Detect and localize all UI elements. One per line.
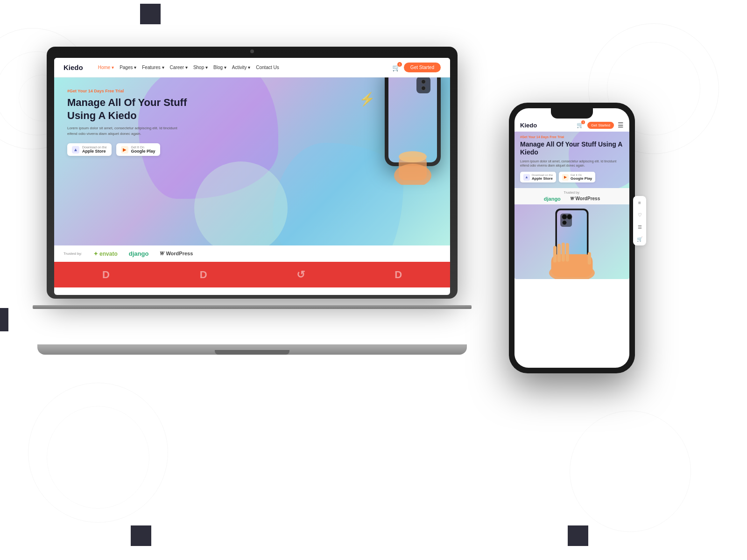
phone-apple-icon: ▲ [523,174,530,181]
phone-trusted-section: Trusted by: django 𝑾 WordPress [514,188,629,204]
laptop-screen-bezel: Kiedo Home ▾ Pages ▾ Features ▾ Career ▾… [47,47,458,299]
banner-item-1: D [58,265,154,285]
blob-blue [273,143,403,245]
deco-square-5 [568,525,588,546]
svg-point-8 [563,221,567,225]
svg-rect-14 [566,243,569,262]
apple-store-button[interactable]: ▲ Download on the Apple Store [67,143,112,156]
phone-wordpress-logo: 𝑾 WordPress [570,196,600,202]
nav-pages[interactable]: Pages ▾ [120,65,136,70]
phone-google-play-text: Get It On Google Play [571,174,592,181]
trusted-section: Trusted by: ✦ envato django 𝑾 WordPress [54,245,450,262]
phone-body: Kiedo 🛒 1 Get Started ☰ #Get Your 14 Day… [509,103,635,373]
phone-apple-store-button[interactable]: ▲ Download on the Apple Store [520,172,556,182]
trusted-label: Trusted by: [63,252,82,256]
blob-green [194,161,288,245]
phone-hero: #Get Your 14 Days Free Trial Manage All … [514,132,629,188]
phone-logo: Kiedo [520,122,573,129]
svg-rect-13 [562,243,565,262]
get-started-button[interactable]: Get Started [404,63,441,72]
apple-store-text: Download on the Apple Store [82,146,107,154]
hero-title: Manage All Of Your Stuff Using A Kiedo [67,96,198,122]
nav-features[interactable]: Features ▾ [142,65,164,70]
laptop-hinge [33,305,472,309]
svg-point-7 [567,215,572,220]
phone-hand-area [514,204,629,279]
site-hero: #Get Your 14 Days Free Trial Manage All … [54,77,450,245]
django-logo: django [129,250,149,257]
google-play-icon: ▶ [121,146,128,154]
phone-cart-icon[interactable]: 🛒 1 [577,122,584,128]
deco-square-3 [0,308,8,331]
google-play-text: Get It On Google Play [131,146,155,154]
phone-screen: Kiedo 🛒 1 Get Started ☰ #Get Your 14 Day… [514,108,629,368]
hero-cta-buttons: ▲ Download on the Apple Store ▶ Get It O… [67,143,207,156]
phone-google-icon: ▶ [562,174,569,181]
nav-activity[interactable]: Activity ▾ [232,65,250,70]
deco-square-4 [131,525,151,546]
hero-phone-mockup [385,77,441,166]
phone-notch [551,108,593,119]
lightning-deco: ⚡ [359,91,375,107]
nav-home[interactable]: Home ▾ [98,65,114,70]
google-play-button[interactable]: ▶ Get It On Google Play [116,143,160,156]
bg-circle-8 [570,411,691,532]
banner-item-2: D [155,265,252,285]
hero-description: Lorem ipsum dolor sit amet, consectetur … [67,126,179,137]
svg-rect-15 [588,252,591,265]
phone-hero-tag: #Get Your 14 Days Free Trial [520,135,624,139]
envato-logo: ✦ envato [93,251,118,257]
laptop-device: Kiedo Home ▾ Pages ▾ Features ▾ Career ▾… [47,47,458,355]
red-banner: D D ↺ D [54,262,450,287]
phone-side-icons: ≡ ♡ ☰ 🛒 [633,196,646,245]
svg-point-6 [562,215,567,220]
bg-circle-7 [47,406,149,509]
laptop-camera [250,49,254,53]
nav-contact[interactable]: Contact Us [256,65,279,70]
svg-rect-11 [553,246,557,263]
banner-item-4: D [350,265,446,285]
nav-links: Home ▾ Pages ▾ Features ▾ Career ▾ Shop … [98,65,385,70]
side-icon-1[interactable]: ≡ [636,199,643,206]
side-icon-3[interactable]: ☰ [636,223,643,231]
phone-get-started-button[interactable]: Get Started [587,122,614,129]
nav-blog[interactable]: Blog ▾ [213,65,226,70]
laptop-base [37,344,467,355]
phone-trusted-logos: django 𝑾 WordPress [520,196,624,202]
banner-item-3: ↺ [253,265,349,285]
site-logo: Kiedo [63,63,83,71]
phone-django-logo: django [544,196,561,202]
laptop-screen: Kiedo Home ▾ Pages ▾ Features ▾ Career ▾… [54,58,450,295]
deco-square-1 [140,4,161,24]
nav-shop[interactable]: Shop ▾ [193,65,208,70]
phone-menu-icon[interactable]: ☰ [618,121,624,129]
phone-hand-svg [525,204,619,279]
wordpress-logo: 𝑾 WordPress [160,251,193,257]
apple-icon: ▲ [72,146,79,154]
hero-tag: #Get Your 14 Days Free Trial [67,89,207,93]
bg-circle-6 [28,383,168,523]
nav-career[interactable]: Career ▾ [170,65,188,70]
side-icon-4[interactable]: 🛒 [636,235,643,243]
phone-hero-description: Lorem ipsum dolor sit amet, consectetur … [520,159,624,168]
phone-hero-buttons: ▲ Download on the Apple Store ▶ Get It O… [520,172,624,182]
cart-icon[interactable]: 🛒 1 [392,64,400,71]
svg-point-2 [399,151,427,162]
svg-rect-12 [557,244,561,262]
phone-device: Kiedo 🛒 1 Get Started ☰ #Get Your 14 Day… [509,103,635,373]
phone-apple-store-text: Download on the Apple Store [532,174,553,181]
phone-trusted-label: Trusted by: [520,191,624,194]
phone-google-play-button[interactable]: ▶ Get It On Google Play [559,172,595,182]
phone-hero-title: Manage All Of Your Stuff Using A Kiedo [520,140,624,156]
site-navbar: Kiedo Home ▾ Pages ▾ Features ▾ Career ▾… [54,58,450,77]
side-icon-2[interactable]: ♡ [636,211,643,218]
